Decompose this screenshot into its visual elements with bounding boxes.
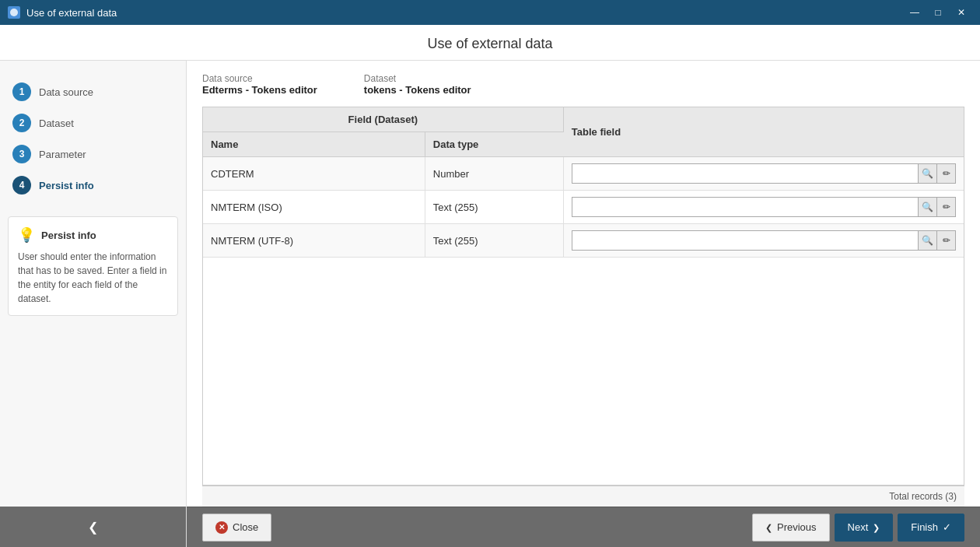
wizard-step-4[interactable]: 4 Persist info xyxy=(8,170,178,201)
checkmark-icon xyxy=(943,521,951,533)
table-field-input-2[interactable] xyxy=(572,230,919,251)
table-field-edit-2[interactable]: ✏ xyxy=(937,230,956,251)
info-box: 💡 Persist info User should enter the inf… xyxy=(8,216,178,316)
next-button[interactable]: Next xyxy=(835,514,894,542)
maximize-button[interactable]: □ xyxy=(927,2,949,23)
data-type-header: Data type xyxy=(425,132,563,157)
data-table: Field (Dataset) Table field Name Data ty… xyxy=(202,107,964,486)
chevron-left-icon xyxy=(765,521,772,533)
chevron-right-icon xyxy=(873,521,880,533)
table-field-edit-0[interactable]: ✏ xyxy=(937,163,956,184)
dialog-footer: ✕ Close Previous Next Finish xyxy=(187,507,980,547)
row-tablefield-1: 🔍 ✏ xyxy=(563,191,964,224)
left-side: 1 Data source 2 Dataset 3 Parameter 4 Pe… xyxy=(0,61,187,547)
finish-button[interactable]: Finish xyxy=(898,514,964,542)
info-box-header: 💡 Persist info xyxy=(18,226,168,244)
table-field-search-1[interactable]: 🔍 xyxy=(919,197,937,217)
main-content: 1 Data source 2 Dataset 3 Parameter 4 Pe… xyxy=(0,61,980,547)
step-label-1: Data source xyxy=(39,86,93,98)
data-source-label: Data source xyxy=(202,73,317,84)
wizard-step-3[interactable]: 3 Parameter xyxy=(8,139,178,170)
field-dataset-header: Field (Dataset) xyxy=(203,107,563,132)
right-content: Data source Edterms - Tokens editor Data… xyxy=(187,61,980,507)
footer-right: Previous Next Finish xyxy=(752,514,964,542)
table-field-search-0[interactable]: 🔍 xyxy=(919,163,937,184)
step-label-2: Dataset xyxy=(39,117,74,129)
dialog-title: Use of external data xyxy=(0,25,980,61)
wizard-step-2[interactable]: 2 Dataset xyxy=(8,107,178,139)
info-box-text: User should enter the information that h… xyxy=(18,250,168,306)
window-controls: — □ ✕ xyxy=(904,2,972,23)
sidebar-content: 1 Data source 2 Dataset 3 Parameter 4 Pe… xyxy=(0,61,186,507)
wizard-step-1[interactable]: 1 Data source xyxy=(8,76,178,107)
close-x-icon: ✕ xyxy=(215,521,228,534)
persist-table: Field (Dataset) Table field Name Data ty… xyxy=(203,107,964,258)
app-icon xyxy=(8,6,20,19)
row-datatype-2: Text (255) xyxy=(425,224,563,258)
dataset-group: Dataset tokens - Tokens editor xyxy=(364,73,471,96)
table-field-input-0[interactable] xyxy=(572,163,919,184)
finish-label: Finish xyxy=(911,521,938,533)
name-header: Name xyxy=(203,132,425,157)
collapse-icon: ❮ xyxy=(88,520,98,535)
table-field-search-2[interactable]: 🔍 xyxy=(919,230,937,251)
footer-left: ✕ Close xyxy=(202,514,271,542)
next-label: Next xyxy=(848,521,869,533)
close-label: Close xyxy=(233,521,258,533)
table-row: NMTERM (ISO) Text (255) 🔍 ✏ xyxy=(203,191,964,224)
row-name-1: NMTERM (ISO) xyxy=(203,191,425,224)
row-tablefield-2: 🔍 ✏ xyxy=(563,224,964,258)
row-datatype-0: Number xyxy=(425,157,563,191)
previous-button[interactable]: Previous xyxy=(752,514,830,542)
table-row: CDTERM Number 🔍 ✏ xyxy=(203,157,964,191)
data-source-group: Data source Edterms - Tokens editor xyxy=(202,73,317,96)
title-bar-text: Use of external data xyxy=(26,7,117,19)
minimize-button[interactable]: — xyxy=(904,2,926,23)
table-field-header: Table field xyxy=(563,107,964,157)
step-circle-4: 4 xyxy=(12,176,31,195)
close-window-button[interactable]: ✕ xyxy=(950,2,972,23)
data-source-value: Edterms - Tokens editor xyxy=(202,84,317,96)
table-field-input-1[interactable] xyxy=(572,197,919,217)
row-name-0: CDTERM xyxy=(203,157,425,191)
row-tablefield-0: 🔍 ✏ xyxy=(563,157,964,191)
dialog: Use of external data 1 Data source 2 Dat… xyxy=(0,25,980,547)
svg-point-0 xyxy=(10,9,18,16)
step-circle-1: 1 xyxy=(12,82,31,101)
step-circle-3: 3 xyxy=(12,145,31,163)
source-info: Data source Edterms - Tokens editor Data… xyxy=(202,73,964,96)
info-box-title: Persist info xyxy=(41,230,96,241)
dataset-label: Dataset xyxy=(364,73,471,84)
bulb-icon: 💡 xyxy=(18,226,35,244)
previous-label: Previous xyxy=(777,521,817,533)
sidebar-bottom: ❮ xyxy=(0,507,186,547)
table-row: NMTERM (UTF-8) Text (255) 🔍 ✏ xyxy=(203,224,964,258)
title-bar: Use of external data — □ ✕ xyxy=(0,0,980,25)
row-datatype-1: Text (255) xyxy=(425,191,563,224)
close-dialog-button[interactable]: ✕ Close xyxy=(202,514,271,542)
total-records-bar: Total records (3) xyxy=(202,486,964,507)
row-name-2: NMTERM (UTF-8) xyxy=(203,224,425,258)
dataset-value: tokens - Tokens editor xyxy=(364,84,471,96)
step-circle-2: 2 xyxy=(12,114,31,132)
step-label-4: Persist info xyxy=(39,180,94,191)
step-label-3: Parameter xyxy=(39,149,86,160)
table-field-edit-1[interactable]: ✏ xyxy=(937,197,956,217)
right-side: Data source Edterms - Tokens editor Data… xyxy=(187,61,980,547)
